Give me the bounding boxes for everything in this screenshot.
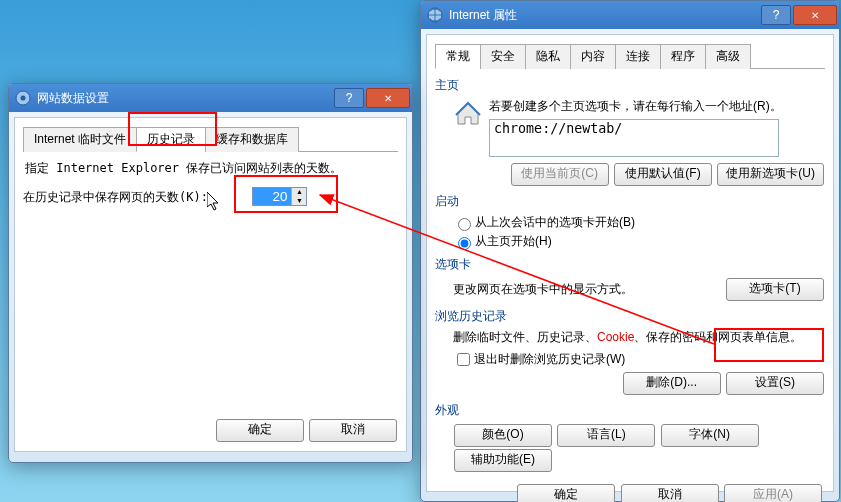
tabs-button[interactable]: 选项卡(T)	[726, 278, 824, 301]
tab-privacy[interactable]: 隐私	[525, 44, 571, 69]
home-icon	[453, 98, 483, 160]
homepage-input[interactable]	[489, 119, 779, 157]
startup-last-radio[interactable]: 从上次会话中的选项卡开始(B)	[453, 214, 825, 231]
cancel-button[interactable]: 取消	[309, 419, 397, 442]
close-button[interactable]	[366, 88, 410, 108]
tab-content[interactable]: 内容	[570, 44, 616, 69]
close-button[interactable]	[793, 5, 837, 25]
tab-temp-files[interactable]: Internet 临时文件	[23, 127, 137, 152]
titlebar: 网站数据设置	[9, 84, 412, 112]
startup-section: 启动 从上次会话中的选项卡开始(B) 从主页开始(H)	[435, 193, 825, 250]
tab-cache-db[interactable]: 缓存和数据库	[205, 127, 299, 152]
section-title: 浏览历史记录	[435, 308, 825, 325]
days-label: 在历史记录中保存网页的天数(K):	[23, 190, 208, 204]
tab-general[interactable]: 常规	[435, 44, 481, 69]
tabs-desc: 更改网页在选项卡中的显示方式。	[453, 281, 725, 298]
window-title: Internet 属性	[449, 7, 759, 24]
language-button[interactable]: 语言(L)	[557, 424, 655, 447]
days-row: 在历史记录中保存网页的天数(K): ▲ ▼	[23, 187, 398, 206]
help-button[interactable]	[334, 88, 364, 108]
tabstrip: Internet 临时文件 历史记录 缓存和数据库	[23, 126, 398, 152]
apply-button: 应用(A)	[724, 484, 822, 502]
homepage-section: 主页 若要创建多个主页选项卡，请在每行输入一个地址(R)。 使用当前页(C) 使…	[435, 77, 825, 187]
colors-button[interactable]: 颜色(O)	[454, 424, 552, 447]
history-description: 指定 Internet Explorer 保存已访问网站列表的天数。	[25, 160, 398, 177]
section-title: 启动	[435, 193, 825, 210]
use-current-button: 使用当前页(C)	[511, 163, 609, 186]
globe-icon	[427, 7, 443, 23]
titlebar: Internet 属性	[421, 1, 839, 29]
svg-point-2	[21, 96, 26, 101]
tabs-section: 选项卡 更改网页在选项卡中的显示方式。 选项卡(T)	[435, 256, 825, 302]
tab-programs[interactable]: 程序	[660, 44, 706, 69]
website-data-settings-window: 网站数据设置 Internet 临时文件 历史记录 缓存和数据库 指定 Inte…	[8, 83, 413, 463]
tabstrip: 常规 安全 隐私 内容 连接 程序 高级	[435, 43, 825, 69]
ok-button[interactable]: 确定	[216, 419, 304, 442]
days-input[interactable]	[253, 188, 291, 205]
spinner-down[interactable]: ▼	[292, 197, 306, 206]
spinner-up[interactable]: ▲	[292, 188, 306, 197]
use-default-button[interactable]: 使用默认值(F)	[614, 163, 712, 186]
accessibility-button[interactable]: 辅助功能(E)	[454, 449, 552, 472]
dialog-footer: 确定 取消	[213, 414, 400, 447]
tab-advanced[interactable]: 高级	[705, 44, 751, 69]
settings-button[interactable]: 设置(S)	[726, 372, 824, 395]
section-title: 选项卡	[435, 256, 825, 273]
delete-on-exit-checkbox[interactable]: 退出时删除浏览历史记录(W)	[453, 350, 825, 369]
history-section: 浏览历史记录 删除临时文件、历史记录、Cookie、保存的密码和网页表单信息。 …	[435, 308, 825, 396]
fonts-button[interactable]: 字体(N)	[661, 424, 759, 447]
startup-home-radio[interactable]: 从主页开始(H)	[453, 233, 825, 250]
use-newtab-button[interactable]: 使用新选项卡(U)	[717, 163, 824, 186]
dialog-footer: 确定 取消 应用(A)	[435, 479, 825, 502]
delete-button[interactable]: 删除(D)...	[623, 372, 721, 395]
tab-history[interactable]: 历史记录	[136, 127, 206, 152]
internet-properties-window: Internet 属性 常规 安全 隐私 内容 连接 程序 高级 主页	[420, 0, 840, 502]
section-title: 外观	[435, 402, 825, 419]
tab-connections[interactable]: 连接	[615, 44, 661, 69]
cancel-button[interactable]: 取消	[621, 484, 719, 502]
appearance-section: 外观 颜色(O) 语言(L) 字体(N) 辅助功能(E)	[435, 402, 825, 473]
ok-button[interactable]: 确定	[517, 484, 615, 502]
section-title: 主页	[435, 77, 825, 94]
window-title: 网站数据设置	[37, 90, 332, 107]
homepage-desc: 若要创建多个主页选项卡，请在每行输入一个地址(R)。	[489, 98, 825, 115]
tab-security[interactable]: 安全	[480, 44, 526, 69]
settings-icon	[15, 90, 31, 106]
help-button[interactable]	[761, 5, 791, 25]
days-spinner[interactable]: ▲ ▼	[252, 187, 307, 206]
history-desc: 删除临时文件、历史记录、Cookie、保存的密码和网页表单信息。	[453, 329, 825, 346]
